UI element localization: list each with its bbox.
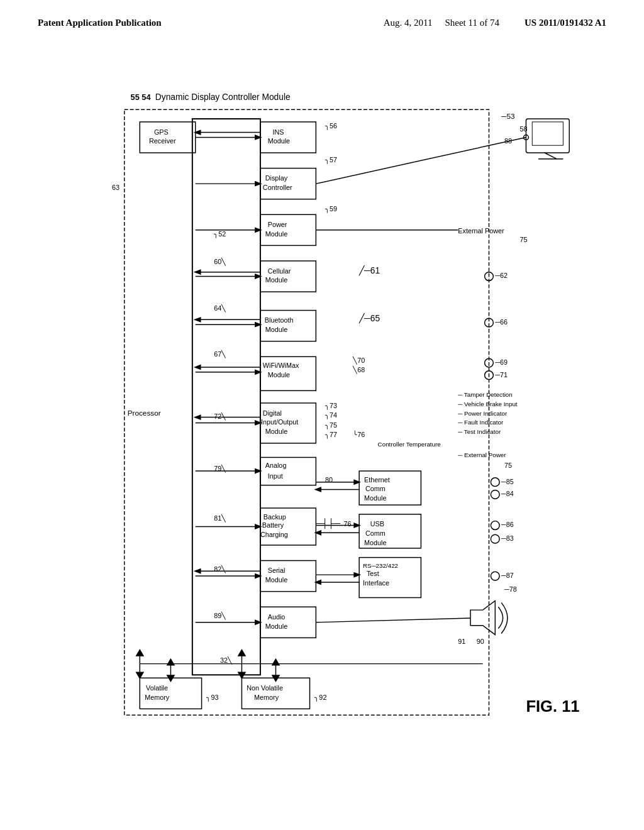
battery-label2: Battery: [262, 521, 284, 529]
analog-label1: Analog: [265, 462, 287, 469]
wifi-label1: WiFi/WiMax: [263, 362, 299, 369]
ref-56: ╮56: [325, 122, 337, 130]
sheet-label: Sheet 11 of 74: [445, 18, 499, 28]
header-center: Aug. 4, 2011 Sheet 11 of 74: [384, 18, 499, 28]
speaker-icon: [470, 600, 495, 634]
bt-label2: Module: [265, 326, 287, 333]
diagram-container: 55 54 Dynamic Display Controller Module …: [38, 82, 619, 792]
digital-label3: Module: [265, 428, 287, 435]
ref-75b: ╮75: [325, 421, 337, 429]
digital-label2: Input/Output: [261, 418, 298, 426]
ref-87: ─87: [501, 572, 514, 579]
disp-ctrl-label1: Display: [265, 174, 288, 182]
ref-62: ─62: [494, 272, 508, 279]
ref-53: ─53: [501, 112, 515, 120]
circle-83: [491, 534, 499, 543]
wifi-label2: Module: [268, 371, 290, 379]
ins-label1: INS: [273, 128, 284, 136]
ref-86: ─86: [501, 521, 514, 528]
ref-63: 63: [112, 184, 119, 191]
cellular-antenna: ╱─61: [358, 265, 380, 276]
ref-76b: 76: [344, 520, 352, 528]
rs232-label3: Interface: [363, 579, 389, 587]
ethernet-label2: Comm: [365, 485, 386, 492]
up-arrow-nvol: [272, 658, 280, 666]
ref-85: ─85: [501, 478, 514, 485]
circle-84: [491, 490, 499, 499]
power-indicator-label: ─ Power Indicator: [457, 410, 508, 417]
ref-72: 72╲: [214, 412, 226, 421]
ref-76: ╰76: [353, 430, 365, 438]
ref-57: ╮57: [325, 156, 337, 164]
audio-speaker-line: [316, 618, 470, 622]
diagram-title: Dynamic Display Controller Module: [155, 92, 291, 102]
nonvolatile-label1: Non Volatile: [247, 684, 283, 692]
ext-power-label: External Power: [458, 227, 504, 235]
usb-label1: USB: [370, 520, 384, 528]
serial-label1: Serial: [268, 567, 286, 574]
diagram-title-numbers: 55 54: [131, 92, 152, 102]
power-label2: Module: [265, 230, 287, 238]
bt-antenna: ╱─65: [358, 313, 380, 324]
cellular-label2: Module: [265, 276, 287, 284]
ethernet-label1: Ethernet: [364, 476, 390, 484]
speaker-wave2: [501, 602, 508, 633]
ctrl-monitor-line: [316, 137, 526, 184]
ref-75-eth: 75: [504, 462, 512, 469]
ref-91: 91: [458, 638, 465, 645]
ref-73: ╮73: [325, 402, 337, 410]
test-indicator-label: ─ Test Indicator: [457, 428, 501, 435]
speaker-wave1: [498, 607, 502, 628]
ref-67: 67╲: [214, 350, 226, 358]
ref-79: 79╲: [214, 464, 226, 473]
ref-75-top: 75: [520, 236, 528, 243]
ref-84: ─84: [501, 490, 514, 497]
ref-89: 89╲: [214, 611, 226, 620]
rs232-label2: Test: [367, 570, 379, 577]
ref-59: ╮59: [325, 205, 337, 213]
battery-label1: Backup: [264, 513, 286, 521]
up-arrow-32: [238, 649, 247, 656]
monitor-stand: [545, 153, 557, 159]
battery-label3: Charging: [260, 531, 288, 538]
ref-81: 81╲: [214, 514, 226, 523]
volatile-label2: Memory: [145, 694, 170, 701]
ref-74: ╮74: [325, 411, 337, 419]
bt-label1: Bluetooth: [265, 316, 294, 324]
up-arrow-proc: [135, 649, 144, 656]
fault-indicator-label: ─ Fault Indicator: [457, 419, 504, 426]
disp-ctrl-label2: Controller: [263, 184, 292, 191]
page-header: Patent Application Publication Aug. 4, 2…: [0, 0, 644, 28]
circle-86: [491, 521, 499, 530]
ctrl-temp-label: Controller Temperature: [378, 441, 441, 448]
wifi-antenna1-ref: ╲70: [352, 356, 365, 365]
ethernet-label3: Module: [364, 494, 386, 502]
audio-label2: Module: [265, 622, 287, 630]
ref-78: ─78: [504, 585, 517, 593]
processor-label: Processor: [128, 409, 161, 417]
ref-92: ╮92: [314, 694, 326, 702]
usb-label3: Module: [364, 539, 386, 546]
nonvolatile-label2: Memory: [254, 694, 279, 701]
down-arrow-vol: [167, 675, 175, 682]
rs232-label1: RS─232/422: [363, 562, 398, 569]
ref-69: ─69: [494, 358, 508, 366]
power-label1: Power: [268, 221, 287, 228]
ref-64: 64╲: [214, 304, 226, 313]
usb-label2: Comm: [365, 529, 386, 537]
digital-label1: Digital: [263, 409, 282, 417]
ref-77: ╮77: [325, 431, 337, 439]
ref-93: ╮93: [206, 694, 218, 702]
circle-85: [491, 478, 499, 487]
ins-label2: Module: [268, 137, 290, 145]
volatile-label1: Volatile: [146, 684, 168, 692]
battery-symbol: ─┤├─: [315, 518, 340, 529]
audio-label1: Audio: [268, 613, 286, 621]
date-label: Aug. 4, 2011: [384, 18, 433, 28]
fig-label: FIG. 11: [526, 697, 579, 715]
up-arrow-vol: [167, 658, 175, 666]
circle-87: [491, 572, 499, 580]
tamper-label: ─ Tamper Detection: [457, 391, 512, 398]
ext-power-2-label: ─ External Power: [457, 451, 506, 458]
patent-label: US 2011/0191432 A1: [525, 18, 606, 28]
